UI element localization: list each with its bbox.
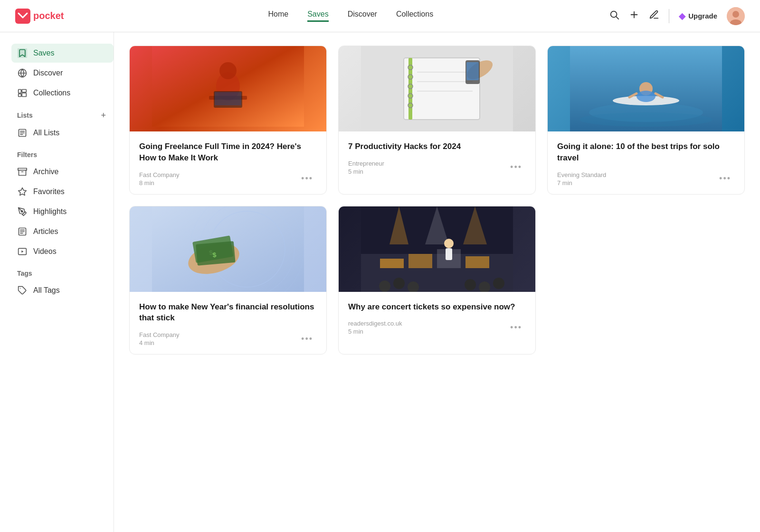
card-1[interactable]: 7 Productivity Hacks for 2024 Entreprene…	[338, 46, 536, 195]
sidebar-item-discover[interactable]: Discover	[11, 64, 114, 83]
svg-point-79	[379, 280, 390, 292]
all-lists-label: All Lists	[33, 129, 59, 137]
card-2-source: Evening Standard	[557, 171, 606, 178]
svg-rect-14	[22, 93, 26, 97]
card-4-more-button[interactable]: •••	[506, 321, 526, 335]
sidebar-item-all-lists[interactable]: All Lists	[11, 123, 114, 142]
user-avatar[interactable]	[727, 7, 745, 25]
card-0-footer: Fast Company 8 min •••	[139, 171, 317, 187]
collections-icon	[17, 88, 28, 98]
highlights-label: Highlights	[33, 207, 66, 216]
videos-icon	[17, 247, 28, 256]
archive-label: Archive	[33, 168, 58, 176]
sidebar-item-archive[interactable]: Archive	[11, 162, 114, 181]
upgrade-button[interactable]: ◆ Upgrade	[679, 11, 717, 21]
card-2-time: 7 min	[557, 179, 606, 187]
svg-rect-19	[18, 168, 27, 170]
card-3-footer: Fast Company 4 min •••	[139, 331, 317, 346]
upgrade-label: Upgrade	[688, 12, 717, 20]
card-4-time: 5 min	[348, 328, 402, 335]
avatar-image	[727, 7, 745, 25]
lists-section-header: Lists +	[11, 103, 114, 123]
svg-point-77	[444, 239, 454, 248]
all-tags-icon	[17, 286, 28, 295]
sidebar-item-videos[interactable]: Videos	[11, 242, 114, 261]
card-1-more-button[interactable]: •••	[506, 160, 526, 174]
card-4-image	[339, 206, 535, 292]
nav-discover[interactable]: Discover	[348, 10, 377, 22]
svg-line-2	[616, 17, 618, 19]
card-1-body: 7 Productivity Hacks for 2024 Entreprene…	[339, 131, 535, 183]
diamond-icon: ◆	[679, 11, 685, 21]
tags-section-label: Tags	[11, 262, 114, 281]
svg-point-52	[580, 112, 712, 127]
svg-point-6	[732, 11, 739, 18]
sidebar-item-articles[interactable]: Articles	[11, 222, 114, 241]
svg-point-55	[636, 91, 656, 102]
svg-rect-74	[408, 254, 432, 268]
header-divider	[669, 9, 669, 23]
card-3-source: Fast Company	[139, 331, 180, 338]
sidebar-item-collections[interactable]: Collections	[11, 84, 114, 103]
svg-rect-49	[466, 62, 479, 80]
nav-saves[interactable]: Saves	[307, 10, 328, 22]
card-2-meta: Evening Standard 7 min	[557, 171, 606, 187]
edit-icon[interactable]	[649, 9, 659, 22]
nav-home[interactable]: Home	[268, 10, 288, 22]
card-2-more-button[interactable]: •••	[715, 172, 735, 186]
sidebar-item-all-tags[interactable]: All Tags	[11, 281, 114, 300]
card-4[interactable]: Why are concert tickets so expensive now…	[338, 206, 536, 355]
articles-label: Articles	[33, 227, 58, 236]
videos-label: Videos	[33, 247, 57, 256]
card-0[interactable]: Going Freelance Full Time in 2024? Here'…	[129, 46, 327, 195]
svg-rect-11	[19, 90, 21, 93]
sidebar-item-highlights[interactable]: Highlights	[11, 202, 114, 221]
search-icon[interactable]	[609, 9, 619, 22]
card-2[interactable]: Going it alone: 10 of the best trips for…	[547, 46, 745, 195]
card-4-meta: readersdigest.co.uk 5 min	[348, 320, 402, 335]
card-4-footer: readersdigest.co.uk 5 min •••	[348, 320, 526, 335]
header-actions: ◆ Upgrade	[609, 7, 745, 25]
card-3-body: How to make New Year's financial resolut…	[130, 292, 326, 355]
svg-marker-28	[21, 251, 23, 253]
articles-icon	[17, 227, 28, 236]
app-layout: Saves Discover Collection	[0, 32, 760, 532]
svg-rect-13	[22, 90, 26, 93]
card-4-source: readersdigest.co.uk	[348, 320, 402, 327]
add-icon[interactable]	[629, 9, 639, 22]
svg-point-32	[219, 62, 237, 79]
svg-rect-78	[446, 248, 452, 260]
all-tags-label: All Tags	[33, 286, 60, 295]
favorites-icon	[17, 187, 28, 196]
svg-text:$: $	[212, 251, 217, 259]
card-4-body: Why are concert tickets so expensive now…	[339, 292, 535, 343]
card-3-meta: Fast Company 4 min	[139, 331, 180, 346]
card-2-footer: Evening Standard 7 min •••	[557, 171, 735, 187]
card-3-title: How to make New Year's financial resolut…	[139, 301, 317, 324]
nav-collections[interactable]: Collections	[396, 10, 433, 22]
sidebar-item-saves[interactable]: Saves	[11, 44, 114, 63]
card-1-image	[339, 46, 535, 131]
all-lists-icon	[17, 128, 28, 138]
add-list-button[interactable]: +	[101, 111, 106, 120]
lists-section-label: Lists	[17, 112, 33, 119]
card-3-more-button[interactable]: •••	[297, 332, 317, 346]
svg-point-84	[493, 278, 504, 289]
logo[interactable]: pocket	[15, 9, 64, 24]
svg-marker-21	[19, 188, 27, 196]
sidebar-item-favorites[interactable]: Favorites	[11, 182, 114, 201]
card-3-image: $ $	[130, 206, 326, 292]
main-content: Going Freelance Full Time in 2024? Here'…	[114, 32, 760, 532]
svg-rect-35	[215, 92, 241, 105]
favorites-label: Favorites	[33, 187, 65, 196]
card-1-footer: Entrepreneur 5 min •••	[348, 160, 526, 175]
saves-icon	[17, 48, 28, 58]
card-2-title: Going it alone: 10 of the best trips for…	[557, 141, 735, 164]
card-3[interactable]: $ $ How to make New Year's financial res…	[129, 206, 327, 355]
card-4-title: Why are concert tickets so expensive now…	[348, 301, 526, 313]
card-0-source: Fast Company	[139, 171, 180, 178]
card-3-time: 4 min	[139, 339, 180, 346]
card-0-meta: Fast Company 8 min	[139, 171, 180, 187]
card-0-more-button[interactable]: •••	[297, 172, 317, 186]
highlights-icon	[17, 207, 28, 216]
